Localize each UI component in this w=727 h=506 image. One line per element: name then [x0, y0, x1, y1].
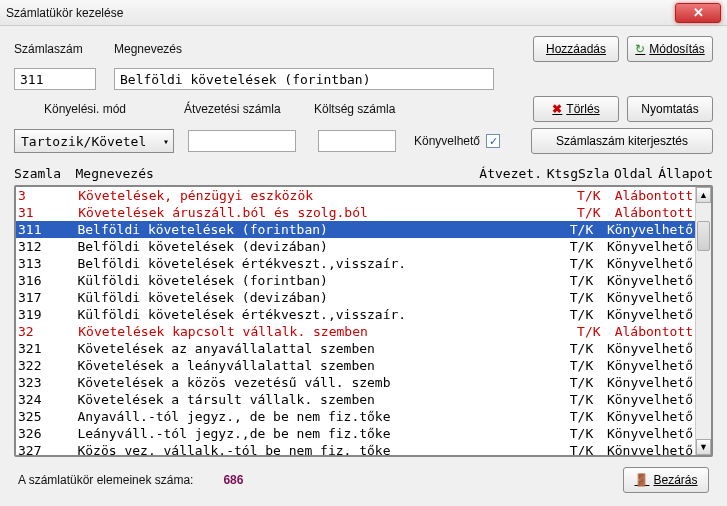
cell-szamla: 311: [18, 221, 77, 238]
konyvelesi-mod-select[interactable]: Tartozik/Követel: [14, 129, 174, 153]
table-row[interactable]: 312Belföldi követelések (devizában)T/KKö…: [16, 238, 695, 255]
table-row[interactable]: 324Követelések a társult vállalk. szembe…: [16, 391, 695, 408]
close-button[interactable]: 🚪 Bezárás: [623, 467, 709, 493]
add-button[interactable]: Hozzáadás: [533, 36, 619, 62]
cell-ktsgszla: [533, 221, 570, 238]
cell-ktsgszla: [539, 323, 577, 340]
cell-atvezet: [474, 323, 540, 340]
scroll-up-button[interactable]: ▲: [696, 187, 711, 203]
cell-szamla: 322: [18, 357, 77, 374]
cell-atvezet: [474, 187, 540, 204]
cell-atvezet: [474, 204, 540, 221]
cell-oldal: T/K: [570, 255, 607, 272]
label-szamlaszam: Számlaszám: [14, 42, 114, 56]
konyvelheto-checkbox[interactable]: ✓: [486, 134, 500, 148]
cell-megnevezes: Külföldi követelések (devizában): [77, 289, 467, 306]
table-row[interactable]: 321Követelések az anyavállalattal szembe…: [16, 340, 695, 357]
cell-szamla: 312: [18, 238, 77, 255]
cell-szamla: 32: [18, 323, 78, 340]
atvezetesi-szamla-input[interactable]: [188, 130, 296, 152]
cell-atvezet: [468, 357, 533, 374]
scrollbar[interactable]: ▲ ▼: [695, 187, 711, 455]
cell-oldal: T/K: [570, 357, 607, 374]
szamlaszam-kiterjesztes-button[interactable]: Számlaszám kiterjesztés: [531, 128, 713, 154]
cell-ktsgszla: [533, 408, 570, 425]
window-close-button[interactable]: ✕: [675, 3, 721, 23]
modify-button-label: Módosítás: [649, 42, 704, 56]
cell-allapot: Könyvelhető: [607, 221, 693, 238]
koltseg-szamla-input[interactable]: [318, 130, 396, 152]
table-row[interactable]: 316Külföldi követelések (forintban)T/KKö…: [16, 272, 695, 289]
cell-ktsgszla: [533, 272, 570, 289]
titlebar: Számlatükör kezelése ✕: [0, 0, 727, 26]
scroll-thumb[interactable]: [697, 221, 710, 251]
cell-szamla: 316: [18, 272, 77, 289]
cell-allapot: Könyvelhető: [607, 255, 693, 272]
cell-atvezet: [468, 442, 533, 455]
refresh-icon: ↻: [635, 42, 645, 56]
table-row[interactable]: 31Követelések áruszáll.ból és szolg.bólT…: [16, 204, 695, 221]
table-row[interactable]: 32Követelések kapcsolt vállalk. szembenT…: [16, 323, 695, 340]
megnevezes-input[interactable]: [114, 68, 494, 90]
cell-allapot: Könyvelhető: [607, 442, 693, 455]
col-szamla: Szamla: [14, 166, 76, 181]
cell-megnevezes: Anyaváll.-tól jegyz., de be nem fiz.tőke: [77, 408, 467, 425]
cell-megnevezes: Követelések, pénzügyi eszközök: [78, 187, 473, 204]
cell-szamla: 313: [18, 255, 77, 272]
table-row[interactable]: 327Közös vez. vállalk.-tól be nem fiz. t…: [16, 442, 695, 455]
label-megnevezes: Megnevezés: [114, 42, 314, 56]
cell-szamla: 323: [18, 374, 77, 391]
cell-oldal: T/K: [570, 221, 607, 238]
table-row[interactable]: 319Külföldi követelések értékveszt.,viss…: [16, 306, 695, 323]
cell-allapot: Könyvelhető: [607, 272, 693, 289]
col-megnevezes: Megnevezés: [76, 166, 480, 181]
cell-allapot: Alábontott: [615, 323, 693, 340]
table-row[interactable]: 323Követelések a közös vezetésű váll. sz…: [16, 374, 695, 391]
modify-button[interactable]: ↻ Módosítás: [627, 36, 713, 62]
szamlaszam-input[interactable]: [14, 68, 96, 90]
table-row[interactable]: 325Anyaváll.-tól jegyz., de be nem fiz.t…: [16, 408, 695, 425]
cell-szamla: 321: [18, 340, 77, 357]
cell-atvezet: [468, 238, 533, 255]
cell-allapot: Alábontott: [615, 187, 693, 204]
cell-allapot: Könyvelhető: [607, 340, 693, 357]
cell-ktsgszla: [533, 425, 570, 442]
print-button[interactable]: Nyomtatás: [627, 96, 713, 122]
cell-atvezet: [468, 221, 533, 238]
table-row[interactable]: 326Leányváll.-tól jegyz.,de be nem fiz.t…: [16, 425, 695, 442]
cell-megnevezes: Külföldi követelések (forintban): [77, 272, 467, 289]
table-row[interactable]: 3Követelések, pénzügyi eszközökT/KAlábon…: [16, 187, 695, 204]
cell-oldal: T/K: [570, 289, 607, 306]
cell-allapot: Könyvelhető: [607, 289, 693, 306]
cell-ktsgszla: [533, 391, 570, 408]
cell-oldal: T/K: [570, 442, 607, 455]
cell-ktsgszla: [533, 357, 570, 374]
cell-szamla: 317: [18, 289, 77, 306]
cell-ktsgszla: [533, 442, 570, 455]
cell-oldal: T/K: [577, 204, 615, 221]
table-row[interactable]: 317Külföldi követelések (devizában)T/KKö…: [16, 289, 695, 306]
cell-allapot: Könyvelhető: [607, 357, 693, 374]
cell-allapot: Könyvelhető: [607, 391, 693, 408]
cell-ktsgszla: [533, 306, 570, 323]
cell-ktsgszla: [539, 187, 577, 204]
cell-atvezet: [468, 391, 533, 408]
cell-oldal: T/K: [570, 340, 607, 357]
cell-szamla: 3: [18, 187, 78, 204]
table-row[interactable]: 322Követelések a leányvállalattal szembe…: [16, 357, 695, 374]
label-konyvelesi-mod: Könyelési. mód: [44, 102, 184, 116]
cell-allapot: Könyvelhető: [607, 425, 693, 442]
delete-button[interactable]: ✖ Törlés: [533, 96, 619, 122]
cell-oldal: T/K: [577, 323, 615, 340]
footer-label: A számlatükör elemeinek száma:: [18, 473, 193, 487]
cell-megnevezes: Leányváll.-tól jegyz.,de be nem fiz.tőke: [77, 425, 467, 442]
scroll-down-button[interactable]: ▼: [696, 439, 711, 455]
cell-oldal: T/K: [577, 187, 615, 204]
cell-oldal: T/K: [570, 425, 607, 442]
element-count: 686: [223, 473, 243, 487]
cell-szamla: 325: [18, 408, 77, 425]
cell-atvezet: [468, 255, 533, 272]
table-row[interactable]: 311Belföldi követelések (forintban)T/KKö…: [16, 221, 695, 238]
door-icon: 🚪: [634, 473, 649, 487]
table-row[interactable]: 313Belföldi követelések értékveszt.,viss…: [16, 255, 695, 272]
